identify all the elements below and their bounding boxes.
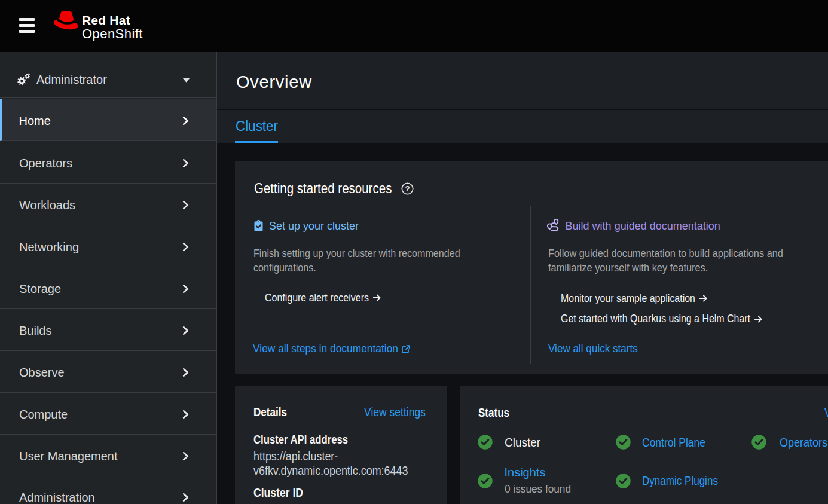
svg-text:?: ? <box>405 184 410 193</box>
